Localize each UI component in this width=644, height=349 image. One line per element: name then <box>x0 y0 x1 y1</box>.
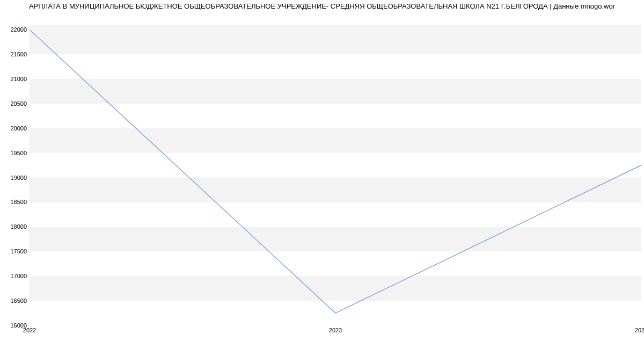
y-tick-16500: 16500 <box>4 297 27 304</box>
svg-rect-1 <box>30 276 641 301</box>
line-svg <box>30 25 641 325</box>
y-tick-18000: 18000 <box>4 223 27 230</box>
y-tick-22000: 22000 <box>4 26 27 33</box>
chart-title: АРПЛАТА В МУНИЦИПАЛЬНОЕ БЮДЖЕТНОЕ ОБЩЕОБ… <box>0 0 644 11</box>
y-tick-20000: 20000 <box>4 125 27 132</box>
x-tick-2024: 2024 <box>635 327 644 333</box>
svg-rect-10 <box>30 54 641 79</box>
y-tick-17000: 17000 <box>4 273 27 279</box>
y-tick-19500: 19500 <box>4 150 27 156</box>
svg-rect-9 <box>30 79 641 104</box>
svg-rect-11 <box>30 30 641 54</box>
x-tick-2022: 2022 <box>23 327 36 333</box>
svg-rect-2 <box>30 251 641 276</box>
y-tick-20500: 20500 <box>4 100 27 107</box>
svg-rect-12 <box>30 25 641 30</box>
x-tick-2023: 2023 <box>329 327 342 333</box>
y-tick-21500: 21500 <box>4 51 27 57</box>
svg-rect-7 <box>30 128 641 153</box>
y-tick-19000: 19000 <box>4 174 27 181</box>
chart-container: 16000 16500 17000 17500 18000 18500 1900… <box>0 11 644 344</box>
svg-rect-4 <box>30 202 641 227</box>
svg-rect-6 <box>30 153 641 178</box>
y-tick-21000: 21000 <box>4 76 27 82</box>
y-tick-18500: 18500 <box>4 199 27 205</box>
grid-bands <box>30 25 641 325</box>
svg-rect-5 <box>30 178 641 202</box>
svg-rect-3 <box>30 227 641 251</box>
y-tick-17500: 17500 <box>4 248 27 255</box>
svg-rect-8 <box>30 104 641 128</box>
